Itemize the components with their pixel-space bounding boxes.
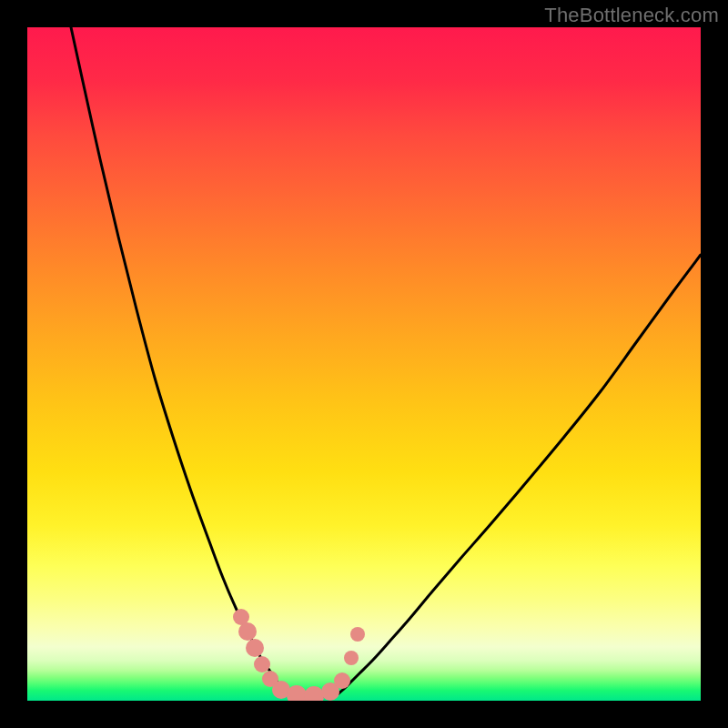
data-marker: [334, 672, 350, 689]
data-marker: [350, 627, 365, 642]
data-marker: [246, 639, 264, 657]
data-marker: [304, 686, 324, 701]
plot-area: [27, 27, 701, 701]
bottleneck-curves: [71, 27, 701, 698]
curve-left-curve: [71, 27, 284, 693]
chart-frame: TheBottleneck.com: [0, 0, 728, 728]
watermark-text: TheBottleneck.com: [544, 4, 719, 27]
curve-right-curve: [339, 255, 701, 693]
data-marker: [238, 622, 257, 641]
curve-layer: [27, 27, 701, 701]
data-point-markers: [233, 609, 365, 701]
data-marker: [344, 651, 359, 665]
data-marker: [254, 656, 270, 672]
